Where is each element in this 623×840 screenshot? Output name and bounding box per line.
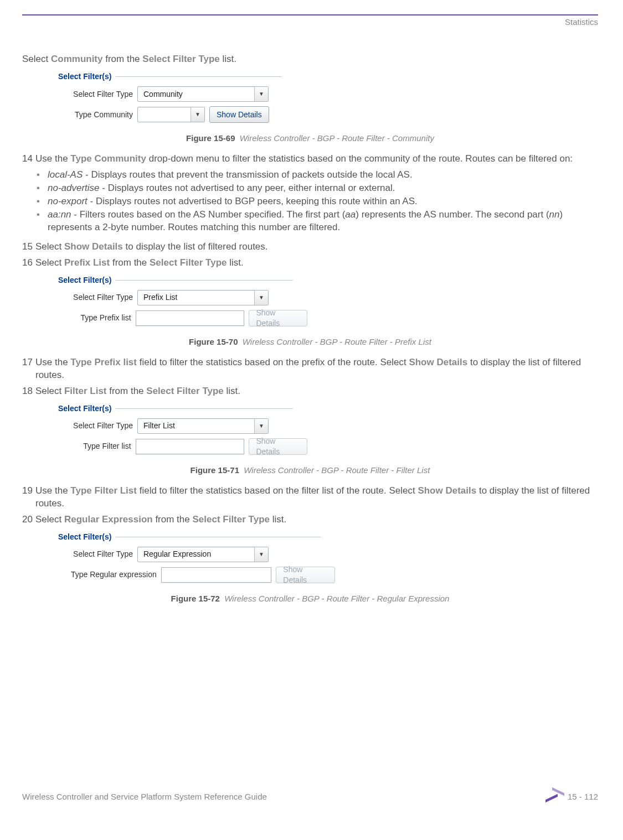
type-prefix-input[interactable] (136, 310, 245, 326)
t: no-export (48, 196, 87, 206)
t: Use the (35, 153, 70, 164)
divider (116, 76, 282, 77)
step-18: 18 Select Filter List from the Select Fi… (22, 385, 598, 398)
select-filter-type[interactable]: Regular Expression ▼ (137, 547, 269, 562)
t: list. (227, 257, 244, 268)
fieldset-title: Select Filter(s) (58, 71, 111, 82)
t: field to filter the statistics based on … (137, 357, 409, 367)
show-details-button[interactable]: Show Details (209, 106, 269, 123)
t: Regular Expression (64, 514, 153, 525)
t: Select (35, 514, 64, 525)
t: Figure 15-72 (171, 594, 220, 603)
t: Type Filter List (70, 485, 137, 496)
dropdown-value: Regular Expression (138, 549, 254, 559)
type-regex-input[interactable] (161, 567, 272, 583)
chevron-down-icon: ▼ (254, 547, 268, 562)
figure-69-caption: Figure 15-69 Wireless Controller - BGP -… (22, 133, 598, 144)
header-section: Statistics (22, 17, 598, 28)
step-number: 16 (22, 257, 35, 269)
t: Community (51, 54, 103, 64)
bullet: •no-export - Displays routes not adverti… (35, 195, 598, 208)
t: aa (345, 209, 356, 220)
label-filter-type: Select Filter Type (58, 549, 137, 559)
bullet: •local-AS - Displays routes that prevent… (35, 169, 598, 182)
t: Type Prefix list (70, 357, 137, 367)
step-17: 17 Use the Type Prefix list field to fil… (22, 356, 598, 382)
t: list. (224, 386, 240, 396)
t: - Displays routes not advertised to BGP … (87, 196, 418, 206)
step-20: 20 Select Regular Expression from the Se… (22, 514, 598, 526)
select-filter-type[interactable]: Filter List ▼ (137, 418, 269, 434)
t: field to filter the statistics based on … (137, 485, 418, 496)
t: list. (220, 54, 236, 64)
t: Type Community (70, 153, 146, 164)
t: ) represents the AS number. The second p… (356, 209, 549, 220)
figure-70: Select Filter(s) Select Filter Type Pref… (58, 275, 598, 331)
t: Select Filter Type (192, 514, 270, 525)
t: Wireless Controller - BGP - Route Filter… (240, 133, 434, 143)
t: Select (22, 54, 51, 64)
divider (116, 408, 293, 409)
label-type-regex: Type Regular expression (58, 569, 161, 580)
bullet: •no-advertise - Displays routes not adve… (35, 182, 598, 195)
figure-72: Select Filter(s) Select Filter Type Regu… (58, 532, 598, 588)
chevron-down-icon: ▼ (254, 419, 268, 433)
fieldset-title: Select Filter(s) (58, 532, 111, 542)
select-filter-type[interactable]: Community ▼ (137, 86, 269, 102)
figure-69: Select Filter(s) Select Filter Type Comm… (58, 71, 598, 127)
t: Select (35, 386, 64, 396)
divider (116, 280, 293, 281)
intro-line: Select Community from the Select Filter … (22, 53, 598, 66)
t: - Displays routes not advertised to any … (100, 183, 395, 193)
show-details-button[interactable]: Show Details (276, 567, 335, 583)
type-filter-input[interactable] (136, 439, 245, 454)
type-community-dropdown[interactable]: ▼ (137, 107, 205, 122)
label-filter-type: Select Filter Type (58, 421, 137, 431)
figure-71: Select Filter(s) Select Filter Type Filt… (58, 403, 598, 459)
t: from the (102, 54, 142, 64)
step-number: 19 (22, 485, 35, 510)
t: Use the (35, 357, 70, 367)
chevron-down-icon: ▼ (190, 107, 204, 122)
label-filter-type: Select Filter Type (58, 292, 137, 303)
t: Figure 15-69 (186, 133, 235, 143)
chevron-down-icon: ▼ (254, 291, 268, 305)
show-details-button[interactable]: Show Details (249, 438, 307, 455)
t: Select (35, 241, 64, 252)
t: - Displays routes that prevent the trans… (83, 169, 412, 180)
t: Select Filter Type (150, 257, 227, 268)
t: no-advertise (48, 183, 100, 193)
brand-logo-icon (543, 787, 563, 807)
t: - Filters routes based on the AS Number … (71, 209, 346, 220)
t: Show Details (64, 241, 123, 252)
t: aa:nn (48, 209, 71, 220)
select-filter-type[interactable]: Prefix List ▼ (137, 290, 269, 305)
t: Select Filter Type (146, 386, 224, 396)
t: from the (107, 386, 147, 396)
bullet: •aa:nn - Filters routes based on the AS … (35, 209, 598, 234)
figure-71-caption: Figure 15-71 Wireless Controller - BGP -… (22, 465, 598, 476)
footer-left: Wireless Controller and Service Platform… (22, 791, 267, 802)
dropdown-value: Filter List (138, 421, 254, 431)
step-15: 15 Select Show Details to display the li… (22, 241, 598, 253)
step-number: 20 (22, 514, 35, 526)
label-type-filter: Type Filter list (58, 441, 136, 452)
label-type-community: Type Community (58, 110, 137, 120)
divider (116, 537, 321, 537)
step-number: 14 (22, 153, 35, 237)
fieldset-title: Select Filter(s) (58, 403, 111, 414)
fieldset-title: Select Filter(s) (58, 275, 111, 286)
chevron-down-icon: ▼ (254, 87, 268, 101)
t: Select Filter Type (142, 54, 220, 64)
step-number: 15 (22, 241, 35, 253)
step-number: 17 (22, 356, 35, 382)
label-type-prefix: Type Prefix list (58, 313, 136, 323)
t: Filter List (64, 386, 107, 396)
t: Show Details (409, 357, 467, 367)
t: drop-down menu to filter the statistics … (146, 153, 573, 164)
label-filter-type: Select Filter Type (58, 89, 137, 100)
show-details-button[interactable]: Show Details (249, 310, 307, 326)
t: Wireless Controller - BGP - Route Filter… (243, 337, 431, 346)
t: Wireless Controller - BGP - Route Filter… (224, 594, 449, 603)
figure-72-caption: Figure 15-72 Wireless Controller - BGP -… (22, 593, 598, 604)
